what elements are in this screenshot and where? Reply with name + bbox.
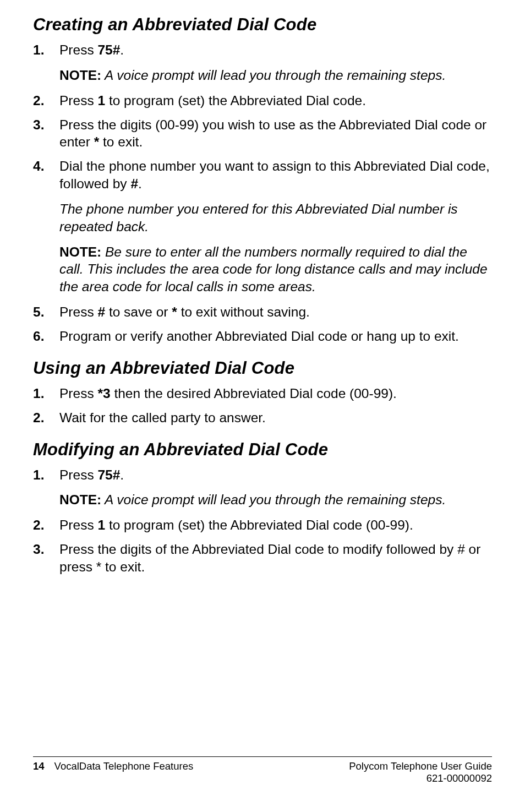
item-text: Press the digits of the Abbreviated Dial…	[59, 542, 480, 574]
item-text: to save or	[105, 304, 172, 319]
item-text: Press	[59, 42, 97, 57]
item-text: then the desired Abbreviated Dial code (…	[111, 386, 397, 401]
list-item: 3. Press the digits of the Abbreviated D…	[33, 541, 492, 576]
list-item: 2. Press 1 to program (set) the Abbrevia…	[33, 516, 492, 534]
content-area: Creating an Abbreviated Dial Code 1. Pre…	[33, 8, 492, 745]
item-text: to exit.	[99, 134, 143, 149]
footer-rule	[33, 756, 492, 757]
item-text: .	[120, 42, 124, 57]
note-label: NOTE:	[59, 244, 101, 259]
item-text: to program (set) the Abbreviated Dial co…	[105, 93, 366, 108]
list-item: 4. Dial the phone number you want to ass…	[33, 157, 492, 297]
item-marker: 3.	[33, 116, 59, 151]
heading-using: Using an Abbreviated Dial Code	[33, 358, 492, 378]
note: NOTE: A voice prompt will lead you throu…	[59, 67, 492, 84]
item-code: 1	[97, 93, 105, 108]
list-item: 1. Press 75#. NOTE: A voice prompt will …	[33, 466, 492, 510]
item-text: Press	[59, 304, 97, 319]
item-marker: 5.	[33, 303, 59, 321]
item-marker: 3.	[33, 541, 59, 576]
item-code: 75#	[97, 42, 120, 57]
page: Creating an Abbreviated Dial Code 1. Pre…	[0, 0, 525, 812]
heading-modifying: Modifying an Abbreviated Dial Code	[33, 440, 492, 460]
item-body: Wait for the called party to answer.	[59, 409, 492, 427]
item-marker: 1.	[33, 466, 59, 510]
list-item: 1. Press 75#. NOTE: A voice prompt will …	[33, 41, 492, 85]
heading-creating: Creating an Abbreviated Dial Code	[33, 15, 492, 35]
note-text: A voice prompt will lead you through the…	[101, 68, 446, 83]
item-marker: 2.	[33, 409, 59, 427]
item-marker: 2.	[33, 516, 59, 534]
item-marker: 1.	[33, 41, 59, 85]
list-item: 2. Press 1 to program (set) the Abbrevia…	[33, 92, 492, 110]
item-text: Press	[59, 386, 97, 401]
item-text: Program or verify another Abbreviated Di…	[59, 329, 459, 344]
item-body: Press 1 to program (set) the Abbreviated…	[59, 516, 492, 534]
item-text: Dial the phone number you want to assign…	[59, 159, 490, 191]
note: NOTE: A voice prompt will lead you throu…	[59, 491, 492, 509]
item-text: .	[138, 176, 142, 191]
list-item: 2. Wait for the called party to answer.	[33, 409, 492, 427]
item-body: Press 75#. NOTE: A voice prompt will lea…	[59, 466, 492, 510]
sub-paragraph: The phone number you entered for this Ab…	[59, 200, 492, 236]
item-text: Press	[59, 517, 97, 532]
item-text: to program (set) the Abbreviated Dial co…	[105, 517, 413, 532]
item-code: 1	[97, 517, 105, 532]
item-marker: 2.	[33, 92, 59, 110]
note-label: NOTE:	[59, 492, 101, 507]
item-code: #	[130, 176, 138, 191]
item-body: Press the digits of the Abbreviated Dial…	[59, 541, 492, 576]
item-code: 75#	[97, 467, 120, 482]
footer-right-line1: Polycom Telephone User Guide	[349, 760, 492, 772]
note-label: NOTE:	[59, 68, 101, 83]
item-marker: 6.	[33, 328, 59, 345]
item-text: Press	[59, 467, 97, 482]
list-item: 3. Press the digits (00-99) you wish to …	[33, 116, 492, 151]
list-item: 6. Program or verify another Abbreviated…	[33, 328, 492, 345]
item-body: Press the digits (00-99) you wish to use…	[59, 116, 492, 151]
page-footer: 14 VocalData Telephone Features Polycom …	[33, 760, 492, 784]
item-text: .	[120, 467, 124, 482]
footer-right: Polycom Telephone User Guide 621-0000009…	[349, 760, 492, 784]
footer-left-text: VocalData Telephone Features	[54, 760, 194, 784]
item-body: Press 75#. NOTE: A voice prompt will lea…	[59, 41, 492, 85]
item-text: Press	[59, 93, 97, 108]
item-code: *	[172, 304, 177, 319]
footer-right-line2: 621-00000092	[349, 772, 492, 784]
note-text: A voice prompt will lead you through the…	[101, 492, 446, 507]
footer-left: 14 VocalData Telephone Features	[33, 760, 193, 784]
item-body: Press # to save or * to exit without sav…	[59, 303, 492, 321]
item-code: *	[94, 134, 100, 149]
item-text: to exit without saving.	[177, 304, 310, 319]
list-item: 1. Press *3 then the desired Abbreviated…	[33, 385, 492, 402]
note: NOTE: Be sure to enter all the numbers n…	[59, 243, 492, 296]
list-modifying: 1. Press 75#. NOTE: A voice prompt will …	[33, 466, 492, 576]
note-text: Be sure to enter all the numbers normall…	[59, 244, 488, 295]
item-marker: 4.	[33, 157, 59, 297]
item-code: *3	[97, 386, 110, 401]
item-text: Wait for the called party to answer.	[59, 410, 266, 425]
item-body: Dial the phone number you want to assign…	[59, 157, 492, 297]
item-body: Press *3 then the desired Abbreviated Di…	[59, 385, 492, 402]
list-creating: 1. Press 75#. NOTE: A voice prompt will …	[33, 41, 492, 345]
item-marker: 1.	[33, 385, 59, 402]
item-body: Program or verify another Abbreviated Di…	[59, 328, 492, 345]
page-number: 14	[33, 760, 45, 784]
item-code: #	[97, 304, 105, 319]
item-body: Press 1 to program (set) the Abbreviated…	[59, 92, 492, 110]
list-item: 5. Press # to save or * to exit without …	[33, 303, 492, 321]
list-using: 1. Press *3 then the desired Abbreviated…	[33, 385, 492, 427]
